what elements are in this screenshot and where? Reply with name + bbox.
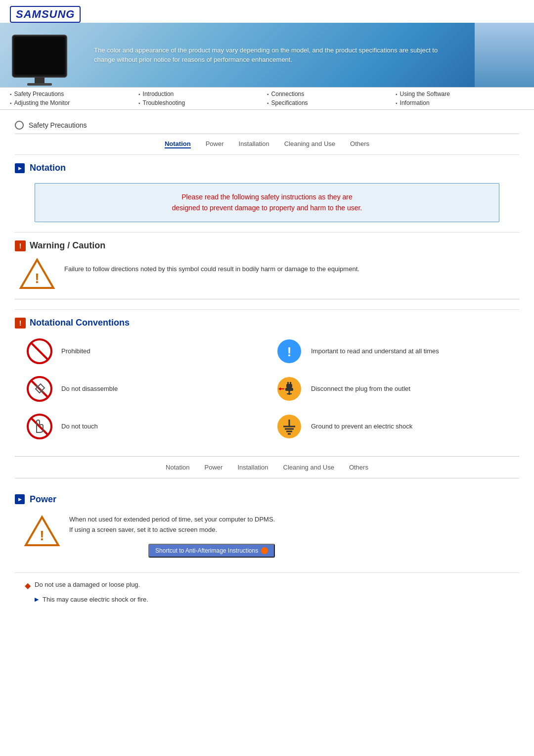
banner-monitor <box>0 23 79 87</box>
nav-col-1: Safety Precautions Adjusting the Monitor <box>10 91 138 106</box>
no-touch-label: Do not touch <box>61 423 98 430</box>
warning-heading-row: Warning / Caution <box>15 240 519 251</box>
disconnect-label: Disconnect the plug from the outlet <box>311 385 410 392</box>
shortcut-btn-dot <box>261 547 268 554</box>
power-caution-icon: ! <box>25 515 59 549</box>
tab-installation-top[interactable]: Installation <box>239 140 269 148</box>
list-dot-1: ◆ <box>25 581 31 590</box>
prohibited-label: Prohibited <box>61 347 90 355</box>
notational-heading-row: Notational Conventions <box>15 318 519 329</box>
ground-icon <box>274 412 304 441</box>
svg-rect-15 <box>290 382 291 385</box>
svg-rect-3 <box>27 83 52 86</box>
ground-label: Ground to prevent an electric shock <box>311 423 412 430</box>
nav-intro[interactable]: Introduction <box>138 91 267 97</box>
tab-power-bottom[interactable]: Power <box>205 464 223 471</box>
section-title: Safety Precautions <box>29 121 87 129</box>
tab-others-top[interactable]: Others <box>350 140 369 148</box>
bottom-tab-row: Notation Power Installation Cleaning and… <box>15 456 519 478</box>
tab-cleaning-bottom[interactable]: Cleaning and Use <box>283 464 334 471</box>
svg-text:!: ! <box>287 344 292 359</box>
nav-software[interactable]: Using the Software <box>396 91 524 97</box>
info-line2: designed to prevent damage to property a… <box>50 202 484 213</box>
svg-rect-13 <box>286 384 292 388</box>
power-arrow-icon <box>15 494 25 504</box>
nav-connections[interactable]: Connections <box>267 91 396 97</box>
warning-section: Warning / Caution ! Failure to follow di… <box>15 232 519 297</box>
no-disassemble-label: Do not disassemble <box>61 385 118 392</box>
notational-heading-text: Notational Conventions <box>30 318 130 328</box>
info-line1: Please read the following safety instruc… <box>50 191 484 202</box>
warning-icon <box>15 240 26 251</box>
notation-heading-row: Notation <box>15 155 519 178</box>
banner-right <box>475 23 534 87</box>
list-sub-1-text: This may cause electric shock or fire. <box>43 596 148 603</box>
banner: The color and appearance of the product … <box>0 23 534 87</box>
top-tab-row: Notation Power Installation Cleaning and… <box>15 134 519 155</box>
list-sub-arrow-1: ▶ <box>35 596 39 603</box>
shortcut-button[interactable]: Shortcut to Anti-Afterimage Instructions <box>148 544 275 558</box>
banner-text: The color and appearance of the product … <box>79 23 475 87</box>
power-text-block: When not used for extended period of tim… <box>69 515 275 558</box>
power-section: Power ! When not used for extended perio… <box>15 478 519 568</box>
notational-section: Notational Conventions Prohibited <box>15 309 519 446</box>
prohibited-icon <box>25 336 54 366</box>
important-icon: ! <box>274 336 304 366</box>
tab-notation-bottom[interactable]: Notation <box>166 464 189 471</box>
convention-disconnect: Disconnect the plug from the outlet <box>274 374 509 404</box>
important-label: Important to read and understand at all … <box>311 347 439 355</box>
nav-information[interactable]: Information <box>396 99 524 106</box>
list-section: ◆ Do not use a damaged or loose plug. ▶ … <box>15 572 519 610</box>
shortcut-btn-label: Shortcut to Anti-Afterimage Instructions <box>155 547 258 554</box>
convention-important: ! Important to read and understand at al… <box>274 336 509 366</box>
nav-specifications[interactable]: Specifications <box>267 99 396 106</box>
tab-power-top[interactable]: Power <box>206 140 224 148</box>
list-item-1: ◆ Do not use a damaged or loose plug. <box>25 578 509 593</box>
list-sub-1: ▶ This may cause electric shock or fire. <box>25 594 509 605</box>
header: SAMSUNG <box>0 0 534 23</box>
svg-rect-14 <box>287 382 289 385</box>
no-disassemble-icon <box>25 374 54 404</box>
convention-no-disassemble: Do not disassemble <box>25 374 260 404</box>
power-heading-text: Power <box>30 494 56 505</box>
divider-1 <box>15 299 519 299</box>
nav-safety[interactable]: Safety Precautions <box>10 91 138 97</box>
tab-notation-top[interactable]: Notation <box>165 140 191 148</box>
circle-icon <box>15 121 24 130</box>
tab-others-bottom[interactable]: Others <box>349 464 368 471</box>
convention-no-touch: Do not touch <box>25 412 260 441</box>
disconnect-icon <box>274 374 304 404</box>
svg-text:!: ! <box>35 271 39 286</box>
convention-ground: Ground to prevent an electric shock <box>274 412 509 441</box>
section-title-row: Safety Precautions <box>15 115 519 134</box>
tab-cleaning-top[interactable]: Cleaning and Use <box>284 140 335 148</box>
nav-col-2: Introduction Troubleshooting <box>138 91 267 106</box>
power-heading-row: Power <box>15 486 519 510</box>
nav-adjusting[interactable]: Adjusting the Monitor <box>10 99 138 106</box>
banner-description: The color and appearance of the product … <box>94 46 460 65</box>
svg-rect-16 <box>285 388 293 391</box>
conventions-grid: Prohibited ! Important to read and under… <box>15 336 519 441</box>
convention-prohibited: Prohibited <box>25 336 260 366</box>
no-touch-icon <box>25 412 54 441</box>
list-item-1-text: Do not use a damaged or loose plug. <box>35 581 140 588</box>
svg-line-7 <box>31 342 48 360</box>
power-text-1: When not used for extended period of tim… <box>69 515 275 525</box>
svg-rect-2 <box>35 77 44 83</box>
caution-triangle-icon: ! <box>20 257 54 292</box>
power-content: ! When not used for extended period of t… <box>15 510 519 563</box>
power-text-2: If using a screen saver, set it to activ… <box>69 525 275 535</box>
info-box: Please read the following safety instruc… <box>35 183 499 222</box>
samsung-logo: SAMSUNG <box>10 6 81 23</box>
tab-installation-bottom[interactable]: Installation <box>237 464 268 471</box>
nav-col-3: Connections Specifications <box>267 91 396 106</box>
nav-troubleshooting[interactable]: Troubleshooting <box>138 99 267 106</box>
notational-warning-icon <box>15 318 26 329</box>
nav-bar: Safety Precautions Adjusting the Monitor… <box>0 87 534 110</box>
warning-text: Failure to follow directions noted by th… <box>64 264 359 275</box>
warning-heading-text: Warning / Caution <box>30 240 105 251</box>
main-content: Safety Precautions Notation Power Instal… <box>0 110 534 615</box>
notation-heading-text: Notation <box>30 163 66 173</box>
nav-col-4: Using the Software Information <box>396 91 524 106</box>
svg-text:!: ! <box>40 528 44 543</box>
